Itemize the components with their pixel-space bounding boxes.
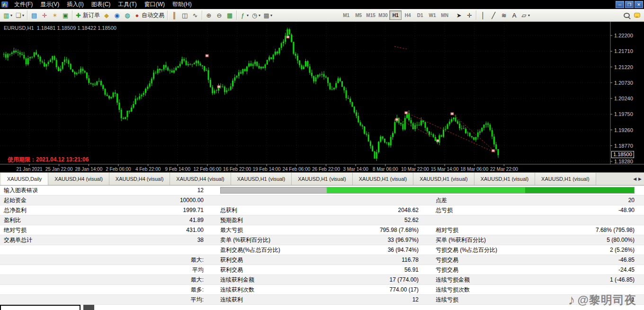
tab-scroll-right-icon[interactable]: ▶ xyxy=(638,177,642,181)
report-value-2 xyxy=(341,195,419,205)
templates-button[interactable]: ▩▾ xyxy=(262,10,274,20)
timeframe-M5[interactable]: M5 xyxy=(352,10,365,20)
report-value-1: 平均: xyxy=(133,295,204,304)
report-row[interactable]: 绝对亏损431.00最大亏损795.98 (7.68%)相对亏损7.68% (7… xyxy=(0,225,644,235)
report-row[interactable]: 交易单总计38卖单 (%获利百分比)33 (96.97%)买单 (%获利百分比)… xyxy=(0,235,644,245)
timeframe-W1[interactable]: W1 xyxy=(426,10,438,20)
options-button[interactable]: ◉ xyxy=(112,10,122,20)
timeframe-M30[interactable]: M30 xyxy=(377,10,389,20)
data-window-button[interactable]: ✛ xyxy=(39,10,50,20)
chart-tab[interactable]: XAUUSD,H4 (visual) xyxy=(109,173,170,185)
menu-help[interactable]: 帮助(H) xyxy=(169,0,196,9)
line-chart-button[interactable]: ∿ xyxy=(190,10,200,20)
svg-text:1.20730: 1.20730 xyxy=(614,80,633,86)
close-button[interactable]: ✕ xyxy=(635,1,643,8)
spacer xyxy=(204,295,220,304)
report-value-1: 平均 xyxy=(133,265,204,275)
report-label-2: 预期盈利 xyxy=(220,215,341,225)
sounds-button[interactable]: ◍ xyxy=(122,10,133,20)
chart-area[interactable]: 1.222001.217101.212201.207301.202401.197… xyxy=(0,22,644,172)
spacer xyxy=(204,265,220,275)
report-value-3: 1 (-46.85) xyxy=(554,275,644,284)
terminal-button[interactable]: ▣ xyxy=(60,10,71,20)
report-row[interactable]: 最大:获利交易116.78亏损交易-46.85 xyxy=(0,255,644,265)
zoom-in-button[interactable]: ⊕ xyxy=(204,10,214,20)
report-row[interactable]: 输入图表错误12 xyxy=(0,186,644,195)
zoom-out-button[interactable]: ⊖ xyxy=(214,10,224,20)
chart-tab[interactable]: XAUUSD,Daily xyxy=(1,173,48,185)
indicators-button[interactable]: ƒ▾ xyxy=(238,10,250,20)
menu-window[interactable]: 窗口(W) xyxy=(141,0,169,9)
minimize-button[interactable]: ─ xyxy=(616,1,624,8)
menu-file[interactable]: 文件(F) xyxy=(10,0,36,9)
vertical-line-button[interactable]: │ xyxy=(478,10,488,20)
text-label-button[interactable]: A xyxy=(509,10,519,20)
fibonacci-icon: ≋ xyxy=(501,12,507,18)
tab-scroll-left-icon[interactable]: ◀ xyxy=(633,177,636,181)
report-label-1: 盈利比 xyxy=(0,215,133,225)
cursor-button[interactable]: ➤ xyxy=(454,10,464,20)
chart-tab[interactable]: XAUUSD,H1 (visual) xyxy=(292,173,352,185)
cursor-icon: ➤ xyxy=(456,12,462,18)
shapes-button[interactable]: ▱▾ xyxy=(519,10,531,20)
chart-tab[interactable]: XAUUSD,H1 (visual) xyxy=(535,173,596,185)
chart-tab[interactable]: XAUUSD,H1 (visual) xyxy=(231,173,292,185)
chart-tab[interactable]: XAUUSD,H4 (visual) xyxy=(48,173,109,185)
profiles-button[interactable]: ❏▾ xyxy=(14,10,26,20)
periods-button[interactable]: ◷▾ xyxy=(250,10,262,20)
metaeditor-icon: ◆ xyxy=(104,12,110,18)
report-row[interactable]: 平均获利交易56.91亏损交易-24.45 xyxy=(0,265,644,275)
chart-tab[interactable]: XAUUSD,H4 (visual) xyxy=(170,173,231,185)
partial-scroll-thumb[interactable] xyxy=(83,305,94,310)
chart-tab[interactable]: XAUUSD,H1 (visual) xyxy=(353,173,413,185)
menu-charts[interactable]: 图表(C) xyxy=(88,0,115,9)
menu-tools[interactable]: 工具(T) xyxy=(114,0,140,9)
crosshair-button[interactable]: ✛ xyxy=(464,10,474,20)
search-button[interactable] xyxy=(621,10,632,20)
new-order-button[interactable]: ✚新订单 xyxy=(74,10,101,20)
autotrading-button[interactable]: ●自动交易 xyxy=(133,10,166,20)
svg-text:1.19260: 1.19260 xyxy=(614,127,633,133)
report-table: 输入图表错误12起始资金10000.00点差20总净盈利1999.71总获利20… xyxy=(0,186,644,305)
report-row[interactable]: 盈利比41.89预期盈利52.62 xyxy=(0,215,644,225)
fibonacci-button[interactable]: ≋ xyxy=(499,10,509,20)
restore-button[interactable]: ❐ xyxy=(625,1,634,8)
report-value-2: 36 (94.74%) xyxy=(341,245,419,255)
metaeditor-button[interactable]: ◆ xyxy=(101,10,112,20)
report-row[interactable]: 总净盈利1999.71总获利2048.62总亏损-48.90 xyxy=(0,205,644,215)
menu-insert[interactable]: 插入(I) xyxy=(63,0,87,9)
timeframe-H1[interactable]: H1 xyxy=(389,10,402,20)
report-value-2: 17 (774.00) xyxy=(341,275,419,284)
report-row[interactable]: 最多:连续获利次数774.00 (17)连续亏损次数 xyxy=(0,285,644,295)
menu-view[interactable]: 显示(V) xyxy=(36,0,63,9)
candlestick-chart-button[interactable]: ◫ xyxy=(179,10,190,20)
chevron-down-icon: ▾ xyxy=(528,13,530,18)
market-watch-button[interactable]: ▤ xyxy=(29,10,39,20)
report-label-1 xyxy=(0,275,133,284)
svg-text:24 Feb 06:00: 24 Feb 06:00 xyxy=(282,167,310,172)
chart-tab[interactable]: XAUUSD,H1 (visual) xyxy=(474,173,535,185)
tile-windows-button[interactable]: ▦ xyxy=(224,10,235,20)
chat-button[interactable] xyxy=(632,10,642,20)
spacer xyxy=(204,195,220,205)
timeframe-M15[interactable]: M15 xyxy=(365,10,377,20)
bar-chart-button[interactable]: ║ xyxy=(169,10,179,20)
report-row[interactable]: 起始资金10000.00点差20 xyxy=(0,195,644,205)
new-order-label: 新订单 xyxy=(83,11,100,19)
timeframe-H4[interactable]: H4 xyxy=(402,10,414,20)
chevron-down-icon: ▾ xyxy=(247,13,249,18)
chart-tab[interactable]: XAUUSD,H1 (visual) xyxy=(413,173,474,185)
trendline-button[interactable]: ╱ xyxy=(488,10,499,20)
report-row[interactable]: 平均:连续获利12连续亏损1 xyxy=(0,295,644,305)
navigator-button[interactable]: ✶ xyxy=(50,10,60,20)
timeframe-D1[interactable]: D1 xyxy=(414,10,426,20)
timeframe-M1[interactable]: M1 xyxy=(340,10,352,20)
report-label-1: 交易单总计 xyxy=(0,235,133,245)
new-chart-button[interactable]: ▥▾ xyxy=(2,10,14,20)
partial-cell[interactable] xyxy=(0,305,80,310)
timeframe-MN[interactable]: MN xyxy=(438,10,451,20)
price-chart-svg[interactable]: 1.222001.217101.212201.207301.202401.197… xyxy=(0,22,644,172)
search-icon xyxy=(624,13,630,18)
report-row[interactable]: 盈利交易(%占总百分比)36 (94.74%)亏损交易 (%占总百分比)2 (5… xyxy=(0,245,644,255)
report-row[interactable]: 最大:连续获利金额17 (774.00)连续亏损金额1 (-46.85) xyxy=(0,275,644,285)
